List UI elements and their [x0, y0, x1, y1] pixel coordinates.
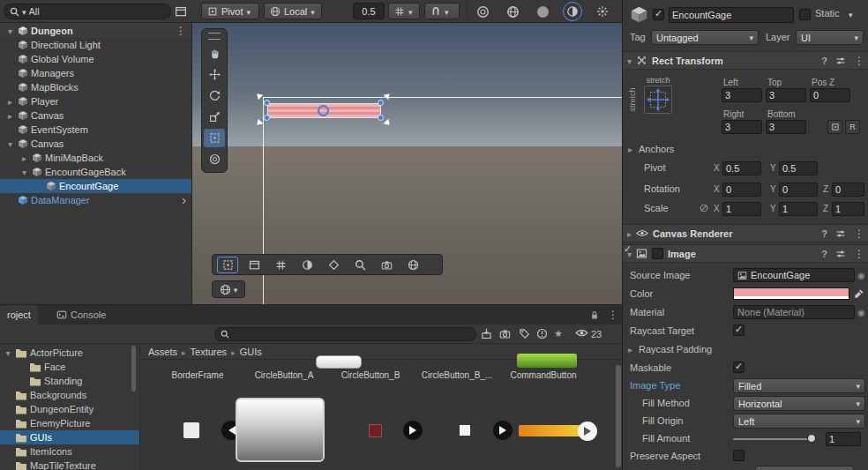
search-filter-caret-icon[interactable] [22, 6, 26, 17]
raw-edit-mode-button[interactable]: R [845, 120, 860, 134]
scale-y-input[interactable] [779, 202, 818, 216]
move-tool-button[interactable] [204, 65, 225, 84]
rect-posz-input[interactable] [810, 88, 850, 102]
expand-arrow-icon[interactable] [19, 153, 29, 163]
foldout-arrow-icon[interactable] [627, 56, 632, 66]
expand-arrow-icon[interactable] [19, 167, 29, 177]
hierarchy-item[interactable]: EventSystem [0, 123, 191, 137]
scale-z-input[interactable] [832, 202, 864, 216]
preserve-aspect-checkbox[interactable] [733, 450, 745, 461]
pivot-mode-button[interactable]: Pivot [201, 3, 259, 19]
breadcrumb-item[interactable]: GUIs [240, 347, 262, 357]
scene-context-dropdown[interactable] [212, 280, 245, 298]
scene-lighting-button[interactable] [533, 2, 552, 21]
presets-icon[interactable] [835, 249, 846, 259]
selection-handle[interactable] [264, 100, 270, 106]
rotation-x-input[interactable] [722, 183, 761, 197]
pivot-x-input[interactable] [722, 161, 761, 175]
asset-label[interactable]: CommandButton [500, 370, 587, 380]
folder-item-selected[interactable]: GUIs [0, 430, 139, 444]
fill-origin-dropdown[interactable]: Left [733, 414, 865, 429]
folder-item[interactable]: ActorPicture [0, 346, 139, 360]
folder-item[interactable]: EnemyPicture [0, 416, 139, 430]
active-checkbox[interactable] [653, 9, 664, 20]
overlay-mask-button[interactable] [296, 257, 318, 273]
selection-handle[interactable] [264, 115, 270, 121]
asset-thumbnail[interactable] [183, 422, 199, 438]
tab-console[interactable]: Console [49, 305, 113, 325]
help-icon[interactable] [821, 228, 827, 239]
fill-method-dropdown[interactable]: Horizontal [733, 396, 865, 411]
asset-label[interactable]: BorderFrame [154, 370, 241, 380]
hierarchy-search-input[interactable] [29, 6, 165, 17]
static-checkbox[interactable] [799, 9, 811, 20]
alert-filter-icon[interactable] [536, 328, 548, 339]
breadcrumb-item[interactable]: Assets [148, 347, 177, 357]
hierarchy-item[interactable]: MapBlocks [0, 80, 191, 94]
transform-tool-button[interactable] [204, 150, 225, 168]
fill-amount-slider[interactable] [733, 438, 812, 440]
fill-amount-input[interactable] [826, 432, 861, 446]
expand-arrow-icon[interactable] [5, 26, 15, 36]
search-window-icon[interactable] [175, 5, 187, 18]
asset-grid-scrollbar[interactable] [616, 365, 621, 467]
eyedropper-icon[interactable] [854, 288, 864, 299]
grid-visibility-button[interactable] [388, 3, 420, 19]
maskable-checkbox[interactable] [733, 362, 745, 373]
overlay-rect-tool-button[interactable] [217, 257, 238, 273]
help-icon[interactable] [821, 56, 827, 66]
hierarchy-item-prefab[interactable]: DataManager [0, 193, 191, 207]
canvas-renderer-header[interactable]: Canvas Renderer [623, 224, 868, 242]
folder-item[interactable]: DungeonEntity [0, 402, 139, 416]
image-component-header[interactable]: Image [623, 244, 868, 263]
image-enabled-checkbox[interactable] [652, 248, 663, 259]
project-search-field[interactable] [214, 327, 476, 341]
pivot-y-input[interactable] [779, 161, 818, 175]
presets-icon[interactable] [835, 228, 846, 239]
snap-toggle-button[interactable] [424, 3, 460, 19]
hierarchy-item[interactable]: Managers [0, 66, 191, 80]
rotation-y-input[interactable] [779, 183, 818, 197]
asset-thumbnail-play[interactable] [403, 421, 423, 440]
anchor-preset-button[interactable] [644, 86, 672, 114]
lock-icon[interactable] [589, 310, 600, 320]
rect-left-input[interactable] [722, 88, 762, 102]
asset-thumbnail-large-gradient[interactable] [236, 398, 325, 462]
hierarchy-item[interactable]: Canvas [0, 108, 191, 123]
prefab-open-arrow-icon[interactable] [182, 193, 186, 207]
asset-label[interactable]: CircleButton_A [241, 370, 327, 380]
capture-icon[interactable] [499, 328, 511, 339]
tab-project[interactable]: roject [0, 305, 38, 325]
help-icon[interactable] [821, 249, 827, 259]
object-picker-icon[interactable] [857, 307, 865, 317]
asset-thumbnail-commandbutton[interactable] [517, 354, 577, 368]
label-filter-icon[interactable] [519, 328, 530, 339]
rotation-z-input[interactable] [832, 183, 864, 197]
selection-handle[interactable] [378, 115, 384, 121]
raycast-target-checkbox[interactable] [733, 325, 745, 336]
foldout-arrow-icon[interactable] [628, 144, 632, 154]
blueprint-mode-button[interactable] [827, 120, 842, 134]
scene-audio-button[interactable] [563, 2, 582, 21]
rect-transform-header[interactable]: Rect Transform [623, 51, 868, 70]
static-flags-caret-icon[interactable] [849, 9, 853, 19]
source-image-field[interactable]: EncountGage [733, 268, 855, 282]
kebab-menu-icon[interactable] [854, 248, 864, 260]
asset-thumbnail[interactable] [460, 425, 470, 436]
material-field[interactable]: None (Material) [733, 305, 855, 319]
asset-thumbnail[interactable] [369, 424, 382, 437]
scene-effects-button[interactable] [593, 2, 612, 21]
asset-thumbnail-gauge-arrow[interactable] [578, 422, 597, 441]
hidden-items-eye-icon[interactable] [575, 328, 588, 338]
expand-arrow-icon[interactable] [5, 110, 15, 121]
anchors-row[interactable]: Anchors [623, 142, 868, 158]
import-package-icon[interactable] [481, 328, 492, 339]
fill-amount-slider-thumb[interactable] [807, 434, 816, 443]
scene-2d-button[interactable] [503, 2, 522, 21]
folder-item[interactable]: Backgrounds [0, 388, 139, 402]
set-native-size-button[interactable]: Set Native Size [755, 466, 854, 470]
rect-bottom-input[interactable] [766, 120, 806, 134]
gameobject-name-input[interactable] [669, 7, 794, 23]
kebab-menu-icon[interactable] [854, 228, 864, 240]
scene-view[interactable] [192, 23, 622, 304]
